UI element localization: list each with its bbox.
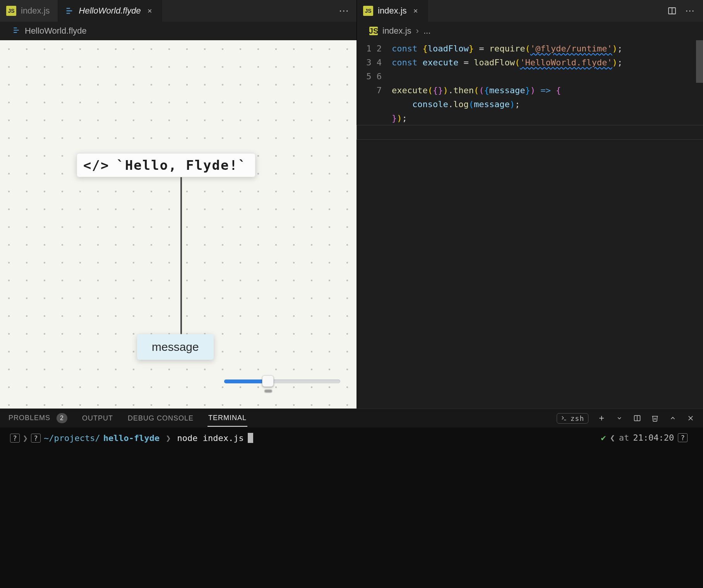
problems-count-badge: 2 bbox=[57, 413, 67, 423]
terminal-shell-selector[interactable]: zsh bbox=[557, 413, 588, 424]
prompt-path: ~/projects/ bbox=[44, 433, 100, 443]
flyde-file-icon bbox=[12, 26, 20, 36]
new-terminal-icon[interactable] bbox=[597, 414, 606, 423]
prompt-arrow-icon: ❯ bbox=[166, 433, 171, 443]
breadcrumb-file: index.js bbox=[382, 26, 412, 36]
tab-index-js-left[interactable]: JS index.js bbox=[0, 0, 58, 22]
prompt-segment-icon: ? bbox=[678, 433, 688, 442]
panel-tab-terminal[interactable]: TERMINAL bbox=[207, 410, 247, 427]
flyde-canvas[interactable]: </> `Hello, Flyde!` message bbox=[0, 40, 357, 409]
prompt-folder: hello-flyde bbox=[103, 433, 160, 443]
bottom-panel: PROBLEMS 2 OUTPUT DEBUG CONSOLE TERMINAL… bbox=[0, 409, 703, 588]
zoom-slider[interactable] bbox=[224, 373, 340, 390]
terminal-prompt-line: ? ❯ ? ~/projects/hello-flyde ❯ node inde… bbox=[10, 433, 693, 443]
chevron-down-icon[interactable] bbox=[615, 414, 624, 423]
tab-bar-left: JS index.js HelloWorld.flyde × ⋯ bbox=[0, 0, 357, 22]
zoom-track bbox=[224, 379, 340, 383]
chevron-up-icon[interactable] bbox=[668, 414, 677, 423]
status-prefix: at bbox=[619, 433, 629, 443]
chevron-right-icon: ❯ bbox=[23, 433, 28, 443]
js-file-icon: JS bbox=[6, 6, 16, 16]
vscode-root: JS index.js HelloWorld.flyde × ⋯ HelloW bbox=[0, 0, 703, 588]
tab-label: index.js bbox=[21, 6, 50, 16]
editor-split-top: JS index.js HelloWorld.flyde × ⋯ HelloW bbox=[0, 0, 703, 409]
panel-tab-debug-console[interactable]: DEBUG CONSOLE bbox=[127, 410, 194, 426]
more-actions-icon[interactable]: ⋯ bbox=[684, 5, 695, 16]
editor-pane-left: JS index.js HelloWorld.flyde × ⋯ HelloW bbox=[0, 0, 357, 409]
code-icon: </> bbox=[83, 157, 109, 173]
flyde-file-icon bbox=[64, 6, 74, 16]
js-file-icon: JS bbox=[363, 6, 373, 16]
code-editor[interactable]: 1 2 3 4 5 6 7 const {loadFlow} = require… bbox=[357, 40, 703, 409]
tab-label: index.js bbox=[378, 6, 407, 16]
js-file-icon: JS bbox=[369, 27, 378, 35]
panel-actions: zsh bbox=[557, 413, 695, 424]
tab-index-js-right[interactable]: JS index.js × bbox=[357, 0, 428, 22]
panel-tab-bar: PROBLEMS 2 OUTPUT DEBUG CONSOLE TERMINAL… bbox=[0, 409, 703, 427]
terminal-right-status: ✔ ❮ at 21:04:20 ? bbox=[601, 433, 688, 443]
inline-value-node[interactable]: </> `Hello, Flyde!` bbox=[77, 153, 255, 177]
breadcrumb-text: HelloWorld.flyde bbox=[25, 26, 87, 36]
check-icon: ✔ bbox=[601, 433, 606, 443]
breadcrumb-rest: ... bbox=[424, 26, 430, 36]
inline-value-text: `Hello, Flyde!` bbox=[116, 157, 247, 173]
terminal-command: node index.js bbox=[177, 433, 244, 443]
chevron-right-icon: › bbox=[416, 26, 419, 36]
split-editor-icon[interactable] bbox=[667, 5, 677, 16]
tab-bar-right: JS index.js × ⋯ bbox=[357, 0, 703, 22]
panel-tab-problems[interactable]: PROBLEMS 2 bbox=[8, 409, 68, 427]
panel-tab-output[interactable]: OUTPUT bbox=[81, 410, 114, 426]
terminal-body[interactable]: ? ❯ ? ~/projects/hello-flyde ❯ node inde… bbox=[0, 427, 703, 588]
trash-icon[interactable] bbox=[650, 414, 660, 423]
output-node-message[interactable]: message bbox=[137, 334, 214, 360]
more-actions-icon[interactable]: ⋯ bbox=[332, 5, 357, 17]
terminal-cursor bbox=[248, 433, 253, 443]
status-time: 21:04:20 bbox=[633, 433, 674, 443]
tab-helloworld-flyde[interactable]: HelloWorld.flyde × bbox=[58, 0, 162, 22]
close-icon[interactable]: × bbox=[146, 7, 154, 15]
scrollbar-thumb[interactable] bbox=[696, 40, 703, 83]
chevron-left-icon: ❮ bbox=[610, 433, 615, 443]
close-icon[interactable]: × bbox=[412, 7, 420, 15]
zoom-thumb[interactable] bbox=[262, 375, 274, 387]
editor-pane-right: JS index.js × ⋯ JS index.js › ... bbox=[357, 0, 703, 409]
close-panel-icon[interactable] bbox=[686, 414, 695, 423]
split-terminal-icon[interactable] bbox=[633, 414, 642, 423]
prompt-segment-icon: ? bbox=[10, 434, 20, 443]
zoom-fill bbox=[224, 379, 267, 383]
tab-label: HelloWorld.flyde bbox=[79, 6, 141, 16]
line-number-gutter: 1 2 3 4 5 6 7 bbox=[357, 42, 392, 409]
breadcrumb-left[interactable]: HelloWorld.flyde bbox=[0, 22, 357, 40]
prompt-segment-icon: ? bbox=[31, 434, 41, 443]
output-label: message bbox=[152, 340, 199, 353]
pane-actions-right: ⋯ bbox=[667, 0, 699, 22]
code-content: const {loadFlow} = require('@flyde/runti… bbox=[392, 42, 703, 409]
breadcrumb-right[interactable]: JS index.js › ... bbox=[357, 22, 703, 40]
flow-wire bbox=[180, 164, 182, 334]
